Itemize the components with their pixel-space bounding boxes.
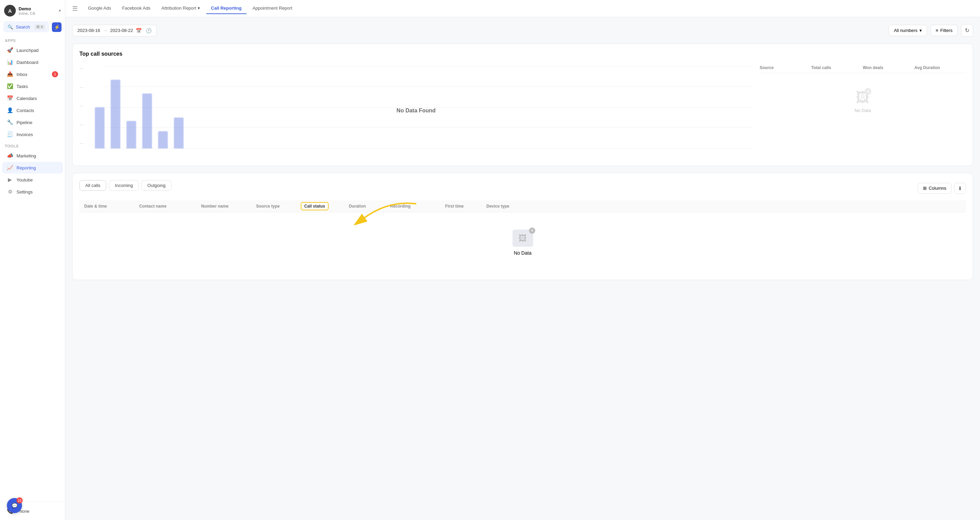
sidebar-item-label: Dashboard <box>16 60 38 65</box>
total-calls-col-header: Total calls <box>811 65 863 70</box>
all-numbers-button[interactable]: All numbers ▾ <box>889 25 927 36</box>
inbox-icon: 📥 <box>7 71 13 77</box>
columns-button[interactable]: ⊞ Columns <box>918 183 951 194</box>
filters-button[interactable]: ≡ Filters <box>931 25 958 36</box>
table-no-data-icon: 🖼 <box>512 230 533 247</box>
filters-label: Filters <box>940 28 953 33</box>
sidebar-item-dashboard[interactable]: 📊 Dashboard <box>2 56 63 68</box>
col-header-date-&-time: Date & time <box>84 204 139 208</box>
sidebar-item-tasks[interactable]: ✅ Tasks <box>2 80 63 92</box>
data-table-right: Source Total calls Won deals Avg Duratio… <box>760 62 966 159</box>
sidebar: A Demo Irvine, CA ▾ 🔍 Search ⌘ K ⚡ Apps … <box>0 0 65 520</box>
date-arrow-icon: → <box>103 28 108 33</box>
chart-section: — — — — — <box>80 62 966 159</box>
contacts-icon: 👤 <box>7 107 13 113</box>
call-tab-outgoing[interactable]: Outgoing <box>142 180 172 191</box>
top-nav-tabs: Google AdsFacebook AdsAttribution Report… <box>83 3 297 14</box>
table-container: Date & timeContact nameNumber nameSource… <box>80 200 966 273</box>
sidebar-item-contacts[interactable]: 👤 Contacts <box>2 105 63 116</box>
lightning-button[interactable]: ⚡ <box>52 22 62 32</box>
call-tab-all-calls[interactable]: All calls <box>80 180 106 191</box>
call-tab-incoming[interactable]: Incoming <box>109 180 139 191</box>
chart-bars <box>91 62 753 148</box>
youtube-icon: ▶ <box>7 177 13 183</box>
refresh-icon: ↻ <box>965 27 969 33</box>
no-data-icon: 🖼 <box>856 90 870 105</box>
won-deals-col-header: Won deals <box>863 65 914 70</box>
sidebar-profile[interactable]: A Demo Irvine, CA ▾ <box>0 0 65 22</box>
call-table-no-data: 🖼 No Data <box>80 212 966 273</box>
col-header-device-type: Device type <box>487 204 535 208</box>
tab-facebook-ads[interactable]: Facebook Ads <box>117 3 155 14</box>
sidebar-item-label: Youtube <box>16 177 33 183</box>
chart-bar <box>158 131 168 148</box>
col-header-source-type: Source type <box>256 204 301 208</box>
source-col-header: Source <box>760 65 811 70</box>
tab-google-ads[interactable]: Google Ads <box>83 3 116 14</box>
notification-bubble[interactable]: 💬 16 <box>7 498 22 513</box>
tab-attribution-report[interactable]: Attribution Report ▾ <box>157 3 205 14</box>
sidebar-item-label: Tasks <box>16 84 28 89</box>
filters-right: All numbers ▾ ≡ Filters ↻ <box>889 24 973 37</box>
refresh-button[interactable]: ↻ <box>961 24 973 37</box>
tab-appointment-report[interactable]: Appointment Report <box>248 3 298 14</box>
col-header-recording: Recording <box>390 204 445 208</box>
top-nav: ☰ Google AdsFacebook AdsAttribution Repo… <box>65 0 980 17</box>
col-header-contact-name: Contact name <box>139 204 201 208</box>
hamburger-menu[interactable]: ☰ <box>72 5 78 13</box>
content-area: 2023-08-16 → 2023-08-22 📅 🕐 All numbers … <box>65 17 980 520</box>
download-button[interactable]: ⬇ <box>954 183 966 194</box>
sidebar-item-marketing[interactable]: 📣 Marketing <box>2 150 63 162</box>
date-start: 2023-08-16 <box>77 28 100 33</box>
sidebar-item-youtube[interactable]: ▶ Youtube <box>2 174 63 186</box>
avatar: A <box>4 5 16 16</box>
sidebar-item-reporting[interactable]: 📈 Reporting <box>2 162 63 173</box>
search-button[interactable]: 🔍 Search ⌘ K <box>3 22 49 32</box>
badge: 0 <box>52 71 58 77</box>
profile-name: Demo <box>19 6 59 11</box>
calendars-icon: 📅 <box>7 95 13 102</box>
call-table-no-data-text: No Data <box>514 250 531 256</box>
sidebar-item-settings[interactable]: ⚙ Settings <box>2 186 63 198</box>
call-list-card: All callsIncomingOutgoing ⊞ Columns ⬇ Da… <box>72 173 973 280</box>
reporting-icon: 📈 <box>7 165 13 171</box>
sidebar-item-calendars[interactable]: 📅 Calendars <box>2 92 63 104</box>
col-header-first-time: First time <box>445 204 487 208</box>
columns-icon: ⊞ <box>923 186 927 191</box>
table-header: Source Total calls Won deals Avg Duratio… <box>760 62 966 73</box>
settings-icon: ⚙ <box>7 189 13 195</box>
search-icon: 🔍 <box>8 24 13 30</box>
col-header-number-name: Number name <box>201 204 256 208</box>
sidebar-item-pipeline[interactable]: 🔧 Pipeline <box>2 116 63 128</box>
main-content: ☰ Google AdsFacebook AdsAttribution Repo… <box>65 0 980 520</box>
sidebar-item-invoices[interactable]: 🧾 Invoices <box>2 129 63 140</box>
col-header-call-status: Call status <box>301 204 349 208</box>
table-actions: ⊞ Columns ⬇ <box>918 183 966 194</box>
chart-area: — — — — — <box>80 62 753 159</box>
chevron-down-icon: ▾ <box>59 8 61 13</box>
sidebar-item-label: Invoices <box>16 132 33 137</box>
sidebar-item-label: Reporting <box>16 165 36 170</box>
tools-nav: 📣 Marketing 📈 Reporting ▶ Youtube ⚙ Sett… <box>0 149 65 198</box>
sidebar-item-label: Pipeline <box>16 120 32 125</box>
chart-no-data-text: No Data Found <box>397 108 436 114</box>
chart-bar <box>127 121 136 148</box>
chevron-down-icon: ▾ <box>198 5 200 11</box>
tasks-icon: ✅ <box>7 83 13 89</box>
call-status-header: Call status <box>301 202 329 210</box>
sidebar-item-label: Calendars <box>16 96 37 101</box>
avg-duration-col-header: Avg Duration <box>914 65 966 70</box>
all-numbers-label: All numbers <box>894 28 918 33</box>
sidebar-item-label: Launchpad <box>16 48 38 53</box>
sidebar-item-label: Settings <box>16 189 33 194</box>
launchpad-icon: 🚀 <box>7 47 13 53</box>
sidebar-item-launchpad[interactable]: 🚀 Launchpad <box>2 45 63 56</box>
sidebar-item-inbox[interactable]: 📥 Inbox 0 <box>2 68 63 80</box>
date-range-picker[interactable]: 2023-08-16 → 2023-08-22 📅 🕐 <box>72 25 157 37</box>
dashboard-icon: 📊 <box>7 59 13 65</box>
search-shortcut: ⌘ K <box>34 24 45 30</box>
tools-section-label: Tools <box>0 141 65 149</box>
call-tabs: All callsIncomingOutgoing <box>80 180 172 191</box>
tab-call-reporting[interactable]: Call Reporting <box>206 3 247 14</box>
search-label: Search <box>16 24 30 30</box>
